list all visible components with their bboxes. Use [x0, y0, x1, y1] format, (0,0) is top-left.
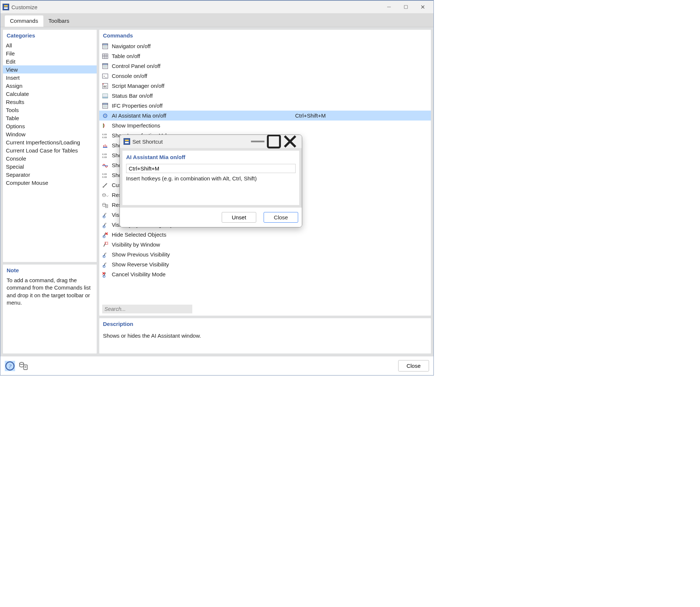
- svg-point-42: [103, 203, 106, 205]
- svg-point-57: [105, 262, 107, 264]
- command-label: Script Manager on/off: [112, 83, 429, 89]
- svg-rect-1: [4, 7, 8, 9]
- command-row[interactable]: Status Bar on/off: [99, 91, 431, 101]
- tab-toolbars[interactable]: Toolbars: [43, 15, 75, 27]
- svg-text:SC: SC: [103, 85, 107, 88]
- close-dialog-button[interactable]: Close: [398, 360, 429, 371]
- category-item[interactable]: Edit: [3, 57, 97, 65]
- tab-bar: Commands Toolbars: [0, 13, 433, 27]
- cancel-icon: [101, 271, 109, 278]
- command-label: Navigator on/off: [112, 43, 429, 49]
- values-xxx-icon: x.xxx.xx: [101, 132, 109, 139]
- note-header: Note: [3, 265, 97, 276]
- category-item[interactable]: Assign: [3, 82, 97, 90]
- category-item[interactable]: View: [3, 65, 97, 73]
- category-list[interactable]: AllFileEditViewInsertAssignCalculateResu…: [3, 41, 97, 262]
- svg-rect-7: [103, 44, 108, 45]
- category-item[interactable]: Console: [3, 154, 97, 162]
- command-row[interactable]: Navigator on/off: [99, 41, 431, 51]
- category-item[interactable]: Table: [3, 114, 97, 122]
- command-label: Status Bar on/off: [112, 93, 429, 99]
- window-titlebar: Customize: [0, 1, 433, 13]
- values-xxx-icon: x.xxx.xx: [101, 152, 109, 159]
- command-row[interactable]: Control Panel on/off: [99, 61, 431, 71]
- shortcut-minimize-button[interactable]: [250, 136, 266, 147]
- visibility-icon: [101, 221, 109, 229]
- svg-rect-16: [103, 64, 108, 65]
- category-item[interactable]: Current Load Case for Tables: [3, 146, 97, 154]
- command-label: Hide Selected Objects: [112, 231, 429, 238]
- copy-icon-button[interactable]: [18, 361, 28, 371]
- shortcut-maximize-button[interactable]: [266, 136, 282, 147]
- command-row[interactable]: IFC Properties on/off: [99, 101, 431, 111]
- window-title: Customize: [11, 4, 38, 10]
- category-item[interactable]: Window: [3, 130, 97, 138]
- minimize-button[interactable]: [381, 1, 397, 12]
- help-icon-button[interactable]: ?: [5, 361, 15, 371]
- svg-rect-24: [103, 97, 108, 98]
- svg-point-41: [103, 194, 106, 195]
- tab-commands[interactable]: Commands: [5, 15, 43, 27]
- window-visibility-icon: [101, 241, 109, 248]
- category-item[interactable]: Calculate: [3, 90, 97, 98]
- command-row[interactable]: Cancel Visibility Mode: [99, 269, 431, 279]
- command-row[interactable]: Show Previous Visibility: [99, 249, 431, 259]
- category-item[interactable]: Options: [3, 122, 97, 130]
- svg-text:x.xx: x.xx: [102, 153, 107, 155]
- command-shortcut: Ctrl+Shift+M: [295, 112, 429, 119]
- tools-icon: [101, 182, 109, 189]
- svg-rect-61: [125, 140, 129, 141]
- category-item[interactable]: Tools: [3, 106, 97, 114]
- category-item[interactable]: Computer Mouse: [3, 179, 97, 187]
- unset-button[interactable]: Unset: [222, 212, 256, 223]
- app-icon: [124, 138, 130, 145]
- svg-point-31: [105, 115, 106, 116]
- search-input[interactable]: [102, 305, 192, 313]
- shortcut-close-ok-button[interactable]: Close: [264, 212, 298, 223]
- statusbar-icon: [101, 92, 109, 100]
- svg-rect-3: [404, 6, 408, 9]
- table-icon: [101, 53, 109, 60]
- svg-point-69: [19, 362, 24, 364]
- category-item[interactable]: Separator: [3, 170, 97, 179]
- close-button[interactable]: [414, 1, 431, 12]
- shortcut-input[interactable]: [126, 164, 296, 173]
- panel-icon: [101, 43, 109, 50]
- category-item[interactable]: Insert: [3, 73, 97, 82]
- svg-point-49: [105, 223, 107, 224]
- visibility-icon: [101, 261, 109, 268]
- shortcut-dialog-title: Set Shortcut: [132, 139, 163, 145]
- category-item[interactable]: Special: [3, 162, 97, 170]
- note-text: To add a command, drag the command from …: [3, 276, 97, 310]
- category-item[interactable]: File: [3, 49, 97, 57]
- svg-text:x.xx: x.xx: [102, 136, 107, 139]
- command-row[interactable]: Show Imperfections: [99, 121, 431, 130]
- command-row[interactable]: Hide Selected Objects: [99, 230, 431, 240]
- category-item[interactable]: Current Imperfections/Loading: [3, 138, 97, 146]
- command-label: Control Panel on/off: [112, 63, 429, 69]
- imperfection-icon: [101, 122, 109, 129]
- values-xxx-icon: x.xxx.xx: [101, 172, 109, 179]
- svg-text:>_: >_: [103, 75, 107, 78]
- svg-rect-62: [125, 142, 129, 143]
- command-row[interactable]: SCScript Manager on/off: [99, 81, 431, 91]
- svg-rect-64: [268, 136, 280, 148]
- command-label: Console on/off: [112, 73, 429, 79]
- command-row[interactable]: Show Reverse Visibility: [99, 259, 431, 269]
- category-item[interactable]: All: [3, 41, 97, 49]
- svg-text:x.xx: x.xx: [102, 133, 107, 136]
- category-item[interactable]: Results: [3, 98, 97, 106]
- maximize-button[interactable]: [397, 1, 414, 12]
- description-header: Description: [99, 318, 431, 330]
- command-row[interactable]: Visibility by Window: [99, 240, 431, 249]
- console-icon: >_: [101, 72, 109, 80]
- shortcut-dialog-titlebar: Set Shortcut: [120, 135, 302, 148]
- command-row[interactable]: >_Console on/off: [99, 71, 431, 81]
- restore-icon: [101, 201, 109, 209]
- reset-icon: [101, 191, 109, 199]
- app-icon: [3, 4, 9, 10]
- command-row[interactable]: Table on/off: [99, 51, 431, 61]
- shortcut-close-button[interactable]: [282, 136, 298, 147]
- command-label: Cancel Visibility Mode: [112, 271, 429, 277]
- command-row[interactable]: AI Assistant Mia on/offCtrl+Shift+M: [99, 111, 431, 121]
